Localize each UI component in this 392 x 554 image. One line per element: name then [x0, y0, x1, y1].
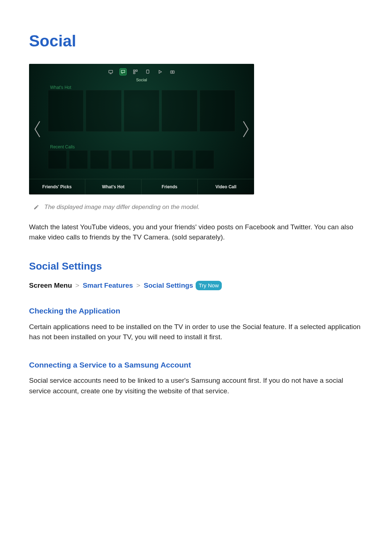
connect-service-body: Social service accounts need to be linke… — [29, 376, 363, 396]
breadcrumb-smart-features[interactable]: Smart Features — [83, 282, 133, 289]
pencil-icon — [33, 204, 39, 210]
image-disclaimer: The displayed image may differ depending… — [33, 202, 363, 212]
intro-paragraph: Watch the latest YouTube videos, you and… — [29, 222, 363, 243]
svg-rect-7 — [171, 71, 175, 73]
play-icon[interactable] — [156, 68, 164, 75]
chevron-right-icon: > — [74, 282, 81, 289]
try-now-badge[interactable]: Try Now — [196, 281, 221, 291]
contact-tile[interactable] — [111, 150, 130, 169]
contact-tile[interactable] — [132, 150, 151, 169]
svg-rect-2 — [134, 70, 135, 71]
notify-icon[interactable] — [144, 68, 151, 75]
content-tile[interactable] — [200, 90, 235, 132]
contact-tile[interactable] — [90, 150, 109, 169]
connect-service-heading: Connecting a Service to a Samsung Accoun… — [29, 359, 363, 371]
image-disclaimer-text: The displayed image may differ depending… — [44, 202, 200, 212]
content-tile[interactable] — [86, 90, 121, 132]
tv-row-recent — [48, 150, 235, 169]
breadcrumb-social-settings[interactable]: Social Settings — [144, 282, 193, 289]
tv-icon[interactable] — [107, 68, 114, 75]
social-settings-heading: Social Settings — [29, 259, 363, 274]
contact-tile[interactable] — [174, 150, 193, 169]
svg-rect-3 — [136, 70, 137, 71]
prev-arrow[interactable] — [33, 120, 42, 139]
tv-topbar — [107, 68, 176, 75]
tv-screenshot: Social What's Hot Recent Calls — [29, 64, 254, 194]
tab-whats-hot[interactable]: What's Hot — [85, 179, 142, 194]
chevron-right-icon: > — [135, 282, 142, 289]
content-tile[interactable] — [48, 90, 83, 132]
checking-app-body: Certain applications need to be installe… — [29, 322, 363, 342]
tab-friends-picks[interactable]: Friends' Picks — [29, 179, 85, 194]
tv-bottom-tabs: Friends' Picks What's Hot Friends Video … — [29, 179, 254, 194]
next-arrow[interactable] — [241, 120, 250, 139]
svg-point-8 — [172, 71, 173, 73]
content-tile[interactable] — [162, 90, 197, 132]
tv-row-whatshot — [48, 90, 235, 132]
apps-icon[interactable] — [132, 68, 139, 75]
social-icon[interactable] — [119, 68, 127, 75]
contact-tile[interactable] — [48, 150, 67, 169]
tab-friends[interactable]: Friends — [142, 179, 198, 194]
tv-row2-label: Recent Calls — [50, 144, 75, 150]
page-title: Social — [29, 29, 363, 53]
contact-tile[interactable] — [195, 150, 214, 169]
checking-app-heading: Checking the Application — [29, 305, 363, 317]
tv-topbar-label: Social — [29, 77, 254, 83]
svg-rect-4 — [134, 72, 135, 74]
tab-video-call[interactable]: Video Call — [198, 179, 254, 194]
content-tile[interactable] — [124, 90, 159, 132]
camera-icon[interactable] — [169, 68, 176, 75]
svg-rect-5 — [147, 70, 149, 73]
contact-tile[interactable] — [153, 150, 172, 169]
svg-marker-6 — [159, 70, 162, 73]
breadcrumb-root: Screen Menu — [29, 282, 72, 289]
contact-tile[interactable] — [69, 150, 88, 169]
breadcrumb: Screen Menu > Smart Features > Social Se… — [29, 280, 363, 291]
svg-rect-0 — [109, 70, 113, 73]
